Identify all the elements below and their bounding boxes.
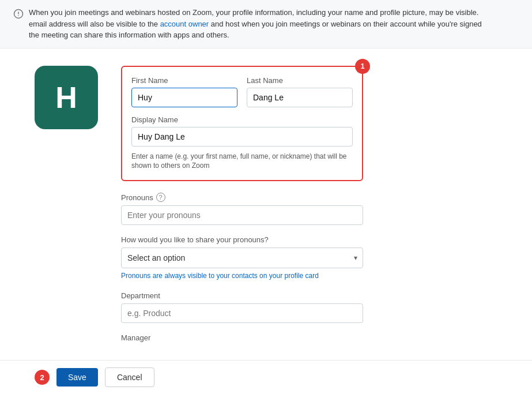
avatar: H [35,66,98,129]
pronouns-label-row: Pronouns ? [121,193,363,202]
name-row: First Name Last Name [131,76,353,107]
cancel-button[interactable]: Cancel [105,367,154,387]
pronouns-help-icon[interactable]: ? [156,193,165,202]
info-icon [13,8,24,20]
first-name-label: First Name [131,76,237,85]
main-content: H 1 First Name Last Name [0,48,532,388]
pronouns-section: Pronouns ? [121,193,363,225]
name-fields-box: 1 First Name Last Name Display Name E [121,66,363,182]
account-owner-link[interactable]: account owner [160,20,209,28]
badge-2: 2 [35,370,50,385]
badge-1: 1 [355,59,370,74]
last-name-input[interactable] [247,88,353,107]
avatar-section: H [35,66,98,342]
display-name-input[interactable] [131,127,353,147]
last-name-label: Last Name [247,76,353,85]
save-button[interactable]: Save [56,368,98,387]
display-name-group: Display Name Enter a name (e.g. your fir… [131,115,353,171]
manager-label: Manager [121,333,363,342]
share-pronouns-select[interactable]: Select an option Always share Ask every … [121,247,363,268]
banner-text: When you join meetings and webinars host… [29,8,482,39]
pronouns-input[interactable] [121,205,363,225]
department-input[interactable] [121,303,363,323]
display-name-helper: Enter a name (e.g. your first name, full… [131,152,353,171]
bottom-bar: 2 Save Cancel [0,360,532,394]
form-section: 1 First Name Last Name Display Name E [121,66,363,342]
first-name-input[interactable] [131,88,237,107]
share-pronouns-section: How would you like to share your pronoun… [121,235,363,281]
share-pronouns-label: How would you like to share your pronoun… [121,235,363,244]
display-name-label: Display Name [131,115,353,124]
page-container: When you join meetings and webinars host… [0,0,532,394]
select-wrapper: Select an option Always share Ask every … [121,247,363,268]
first-name-group: First Name [131,76,237,107]
pronouns-note: Pronouns are always visible to your cont… [121,271,363,281]
info-banner: When you join meetings and webinars host… [0,0,532,48]
last-name-group: Last Name [247,76,353,107]
department-section: Department [121,291,363,323]
department-label: Department [121,291,363,300]
